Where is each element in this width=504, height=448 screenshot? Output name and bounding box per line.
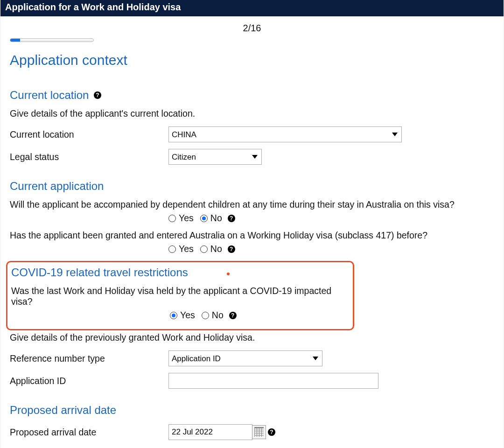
question-covid-impacted: Was the last Work and Holiday visa held … <box>11 286 349 307</box>
label-application-id: Application ID <box>10 376 168 386</box>
help-icon[interactable]: ? <box>94 91 101 99</box>
label-reference-number-type: Reference number type <box>10 353 168 364</box>
heading-covid-restrictions: COVID-19 related travel restrictions <box>11 266 188 279</box>
heading-proposed-arrival: Proposed arrival date <box>10 404 116 417</box>
question-subclass-417: Has the applicant been granted and enter… <box>10 230 494 241</box>
radio-q1-no[interactable] <box>200 215 208 222</box>
radio-label-no: No <box>212 310 224 321</box>
input-proposed-arrival-date[interactable] <box>168 424 252 440</box>
heading-application-context: Application context <box>10 52 494 68</box>
radio-q2-no[interactable] <box>200 245 208 253</box>
radio-label-no: No <box>210 244 222 254</box>
label-current-location: Current location <box>10 129 168 140</box>
select-legal-status[interactable]: Citizen <box>168 149 262 165</box>
radio-label-no: No <box>210 213 222 224</box>
radio-label-yes: Yes <box>179 244 194 254</box>
radio-label-yes: Yes <box>179 213 194 224</box>
heading-current-location: Current location <box>10 89 89 102</box>
radio-covid-no[interactable] <box>202 312 209 319</box>
help-icon[interactable]: ? <box>229 312 237 319</box>
instruction-current-location: Give details of the applicant's current … <box>10 108 494 119</box>
label-legal-status: Legal status <box>10 152 168 162</box>
page-counter: 2/16 <box>10 23 494 34</box>
help-icon[interactable]: ? <box>228 215 235 222</box>
marker-dot-icon <box>227 273 230 275</box>
radio-q1-yes[interactable] <box>168 215 176 222</box>
highlight-covid-section: COVID-19 related travel restrictions Was… <box>6 261 354 330</box>
question-dependent-children: Will the applicant be accompanied by dep… <box>10 199 494 210</box>
radio-label-yes: Yes <box>180 310 195 321</box>
radio-q2-yes[interactable] <box>168 245 176 253</box>
help-icon[interactable]: ? <box>268 428 275 436</box>
select-reference-number-type[interactable]: Application ID <box>168 350 322 366</box>
input-application-id[interactable] <box>168 373 378 389</box>
page-header: Application for a Work and Holiday visa <box>0 0 504 16</box>
page-title: Application for a Work and Holiday visa <box>5 2 181 12</box>
label-proposed-arrival-date: Proposed arrival date <box>10 427 168 438</box>
heading-current-application: Current application <box>10 180 104 193</box>
calendar-icon[interactable] <box>252 425 266 439</box>
progress-bar <box>10 38 94 42</box>
help-icon[interactable]: ? <box>228 245 235 253</box>
instruction-previous-visa: Give details of the previously granted W… <box>10 332 494 343</box>
select-current-location[interactable]: CHINA <box>168 126 402 142</box>
radio-covid-yes[interactable] <box>170 312 177 319</box>
